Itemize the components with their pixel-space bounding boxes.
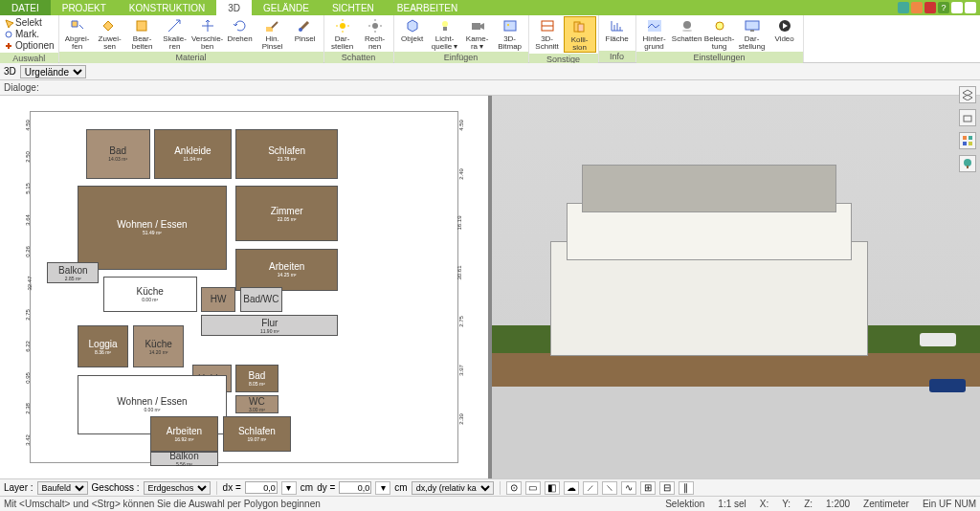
- svg-rect-23: [969, 136, 972, 140]
- icon-4[interactable]: [951, 2, 963, 13]
- ribbon-btn-bitmap[interactable]: 3D-Bitmap: [494, 16, 526, 51]
- coord-mode-select[interactable]: dx,dy (relativ ka: [412, 481, 494, 495]
- room-k-che[interactable]: Küche0.00 m²: [103, 277, 197, 312]
- help-icon[interactable]: ?: [938, 2, 949, 13]
- room-wohnen-essen[interactable]: Wohnen / Essen51.49 m²: [78, 186, 227, 270]
- layers-icon[interactable]: [959, 86, 976, 103]
- ribbon-btn-edit[interactable]: Bear-beiten: [126, 16, 159, 51]
- ribbon-btn-object[interactable]: Objekt: [396, 16, 429, 51]
- tool-c-icon[interactable]: ◧: [545, 481, 560, 495]
- dy-input[interactable]: [339, 481, 371, 494]
- ribbon-btn-light[interactable]: Licht-quelle ▾: [429, 16, 461, 51]
- ribbon-btn-bg[interactable]: Hinter-grund: [638, 16, 671, 51]
- 3d-view[interactable]: [492, 96, 980, 478]
- terrain-select[interactable]: Urgelände: [20, 65, 86, 78]
- ribbon-btn-sunon[interactable]: Dar-stellen: [326, 16, 359, 51]
- main-menu: DATEI PROJEKT KONSTRUKTION 3D GELÄNDE SI…: [0, 0, 980, 15]
- tool-d-icon[interactable]: ☁: [564, 481, 579, 495]
- menu-tab-bearbeiten[interactable]: BEARBEITEN: [386, 0, 469, 15]
- tree-icon[interactable]: [959, 155, 976, 172]
- room-hw[interactable]: HW: [201, 287, 235, 312]
- ribbon-btn-bgbrush[interactable]: Hin.Pinsel: [256, 16, 289, 51]
- dx-input[interactable]: [245, 481, 278, 494]
- room-schlafen[interactable]: Schlafen23.78 m²: [235, 129, 338, 178]
- status-selection: Selektion: [665, 499, 704, 509]
- room-arbeiten[interactable]: Arbeiten16.92 m²: [150, 416, 218, 452]
- ribbon-btn-shadow[interactable]: Schatten: [671, 16, 703, 51]
- room-wc[interactable]: WC3.00 m²: [235, 395, 278, 412]
- materials-icon[interactable]: [959, 132, 976, 149]
- menu-tab-sichten[interactable]: SICHTEN: [321, 0, 386, 15]
- ribbon-btn-scale[interactable]: Skalie-ren: [159, 16, 191, 51]
- floor-select[interactable]: Erdgeschos: [144, 481, 211, 495]
- ribbon-optionen[interactable]: Optionen: [4, 40, 55, 51]
- ribbon-btn-move[interactable]: Verschie-ben: [191, 16, 224, 51]
- room-balkon[interactable]: Balkon2.85 m²: [47, 262, 99, 283]
- ribbon-btn-camera[interactable]: Kame-ra ▾: [461, 16, 494, 51]
- ribbon-btn-video[interactable]: Video: [768, 16, 801, 51]
- tool-e-icon[interactable]: ⟋: [583, 481, 598, 495]
- tool-h-icon[interactable]: ⊞: [640, 481, 656, 495]
- ribbon-btn-section[interactable]: 3D-Schnitt: [531, 16, 564, 53]
- room-k-che[interactable]: Küche14.20 m²: [133, 325, 185, 367]
- floorplan-canvas[interactable]: Bad14.03 m²Ankleide11.04 m²Schlafen23.78…: [30, 111, 459, 463]
- icon-2[interactable]: [911, 2, 923, 13]
- room-balkon[interactable]: Balkon5.56 m²: [150, 452, 218, 466]
- plus-icon: [4, 41, 13, 51]
- room-bad-wc[interactable]: Bad/WC: [240, 287, 283, 312]
- mode-label: 3D: [4, 66, 16, 77]
- menu-tab-konstruktion[interactable]: KONSTRUKTION: [118, 0, 216, 15]
- svg-point-16: [682, 30, 692, 32]
- tool-b-icon[interactable]: ▭: [525, 481, 541, 495]
- svg-rect-24: [963, 142, 967, 145]
- ribbon-btn-grab[interactable]: Abgrei-fen: [61, 16, 94, 51]
- ribbon-btn-display[interactable]: Dar-stellung: [736, 16, 768, 51]
- ribbon-btn-assign[interactable]: Zuwei-sen: [94, 16, 126, 51]
- right-palette: [959, 86, 978, 172]
- dim-left: 2.38: [25, 404, 31, 415]
- ribbon-mark-[interactable]: Mark.: [4, 29, 55, 39]
- tool-g-icon[interactable]: ∿: [621, 481, 636, 495]
- room-ankleide[interactable]: Ankleide11.04 m²: [154, 129, 231, 178]
- furniture-icon[interactable]: [959, 109, 976, 126]
- ribbon-group-auswahl: SelektMark.OptionenAuswahl: [0, 15, 59, 62]
- tool-a-icon[interactable]: ⊙: [506, 481, 522, 495]
- tool-j-icon[interactable]: ∥: [679, 481, 694, 495]
- plan-view[interactable]: Bad14.03 m²Ankleide11.04 m²Schlafen23.78…: [0, 96, 488, 478]
- status-fields: Selektion 1:1 sel X: Y: Z: 1:200 Zentime…: [665, 499, 976, 509]
- room-flur[interactable]: Flur11.90 m²: [201, 315, 338, 336]
- icon-5[interactable]: [965, 2, 976, 13]
- room-arbeiten[interactable]: Arbeiten14.25 m²: [235, 249, 338, 291]
- ribbon-btn-rotate[interactable]: Drehen: [224, 16, 256, 51]
- menu-tab-gelaende[interactable]: GELÄNDE: [252, 0, 321, 15]
- menu-tab-datei[interactable]: DATEI: [0, 0, 51, 15]
- area-icon: [608, 17, 627, 34]
- tool-i-icon[interactable]: ⊟: [659, 481, 675, 495]
- room-schlafen[interactable]: Schlafen19.07 m²: [223, 416, 291, 452]
- ribbon-btn-lighting[interactable]: Beleuch-tung: [703, 16, 736, 51]
- ribbon-btn-collision[interactable]: Kolli-sion: [564, 16, 596, 53]
- menu-tab-projekt[interactable]: PROJEKT: [51, 0, 118, 15]
- ribbon-btn-area[interactable]: Fläche: [601, 16, 634, 50]
- status-extra: Ein UF NUM: [923, 499, 976, 509]
- ribbon: SelektMark.OptionenAuswahlAbgrei-fenZuwe…: [0, 15, 980, 63]
- room-zimmer[interactable]: Zimmer22.05 m²: [235, 186, 338, 242]
- ribbon-selekt[interactable]: Selekt: [4, 17, 55, 28]
- room-bad[interactable]: Bad8.05 m²: [235, 365, 278, 392]
- room-loggia[interactable]: Loggia8.36 m²: [78, 325, 129, 367]
- dy-stepper[interactable]: ▾: [375, 481, 390, 495]
- ribbon-group-label: Schatten: [324, 52, 393, 63]
- dx-stepper[interactable]: ▾: [281, 481, 297, 495]
- dim-right: 2.49: [457, 168, 463, 180]
- menu-tab-3d[interactable]: 3D: [216, 0, 252, 15]
- svg-rect-9: [504, 21, 516, 31]
- icon-3[interactable]: [924, 2, 936, 13]
- tool-f-icon[interactable]: ⟍: [602, 481, 617, 495]
- icon-1[interactable]: [898, 2, 909, 13]
- ribbon-group-einstellungen: Hinter-grundSchattenBeleuch-tungDar-stel…: [636, 15, 804, 62]
- ribbon-btn-sunoff[interactable]: Rech-nen: [359, 16, 391, 51]
- ribbon-btn-brush[interactable]: Pinsel: [289, 16, 322, 51]
- ribbon-group-info: FlächeInfo: [599, 15, 636, 62]
- room-bad[interactable]: Bad14.03 m²: [86, 129, 150, 178]
- layer-select[interactable]: Baufeld: [37, 481, 88, 495]
